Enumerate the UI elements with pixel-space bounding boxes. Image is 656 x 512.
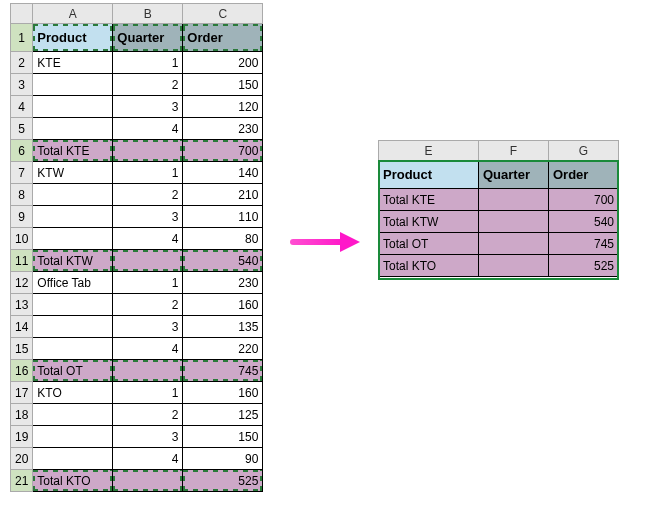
cell-E1[interactable]: Product bbox=[379, 161, 479, 189]
cell-A1[interactable]: Product bbox=[33, 24, 113, 52]
row-8[interactable]: 82210 bbox=[11, 184, 263, 206]
cell[interactable]: Total KTE bbox=[33, 140, 113, 162]
row-20[interactable]: 20490 bbox=[11, 448, 263, 470]
rownum[interactable]: 3 bbox=[11, 74, 33, 96]
cell[interactable]: 200 bbox=[183, 52, 263, 74]
cell[interactable]: 525 bbox=[549, 255, 619, 277]
col-B[interactable]: B bbox=[113, 4, 183, 24]
row-1[interactable]: 1 Product Quarter Order bbox=[11, 24, 263, 52]
result-table[interactable]: E F G Product Quarter Order Total KTE700… bbox=[378, 140, 619, 277]
cell[interactable]: 745 bbox=[183, 360, 263, 382]
cell[interactable]: 125 bbox=[183, 404, 263, 426]
cell[interactable] bbox=[33, 294, 113, 316]
rownum[interactable]: 16 bbox=[11, 360, 33, 382]
cell[interactable]: Total KTO bbox=[33, 470, 113, 492]
cell[interactable]: 80 bbox=[183, 228, 263, 250]
source-table[interactable]: A B C 1 Product Quarter Order 2KTE1200 3… bbox=[10, 3, 263, 492]
cell[interactable]: 1 bbox=[113, 52, 183, 74]
rownum[interactable]: 6 bbox=[11, 140, 33, 162]
cell[interactable]: 2 bbox=[113, 74, 183, 96]
row-18[interactable]: 182125 bbox=[11, 404, 263, 426]
row-4[interactable]: 43120 bbox=[11, 96, 263, 118]
cell[interactable]: 110 bbox=[183, 206, 263, 228]
cell[interactable]: 135 bbox=[183, 316, 263, 338]
rownum[interactable]: 21 bbox=[11, 470, 33, 492]
rownum[interactable]: 13 bbox=[11, 294, 33, 316]
cell-F1[interactable]: Quarter bbox=[479, 161, 549, 189]
cell[interactable]: Office Tab bbox=[33, 272, 113, 294]
col-E[interactable]: E bbox=[379, 141, 479, 161]
cell[interactable] bbox=[33, 74, 113, 96]
cell[interactable]: 150 bbox=[183, 74, 263, 96]
cell[interactable]: 3 bbox=[113, 426, 183, 448]
cell-B1[interactable]: Quarter bbox=[113, 24, 183, 52]
cell[interactable]: 230 bbox=[183, 272, 263, 294]
cell[interactable]: 4 bbox=[113, 448, 183, 470]
cell[interactable] bbox=[33, 118, 113, 140]
rownum[interactable]: 20 bbox=[11, 448, 33, 470]
rownum[interactable]: 19 bbox=[11, 426, 33, 448]
cell[interactable]: 230 bbox=[183, 118, 263, 140]
rownum[interactable]: 18 bbox=[11, 404, 33, 426]
cell[interactable]: 150 bbox=[183, 426, 263, 448]
col-G[interactable]: G bbox=[549, 141, 619, 161]
cell[interactable] bbox=[113, 470, 183, 492]
cell[interactable] bbox=[33, 316, 113, 338]
cell[interactable] bbox=[479, 255, 549, 277]
row-21[interactable]: 21Total KTO525 bbox=[11, 470, 263, 492]
cell[interactable]: 3 bbox=[113, 316, 183, 338]
corner[interactable] bbox=[11, 4, 33, 24]
cell[interactable]: Total KTO bbox=[379, 255, 479, 277]
rownum[interactable]: 2 bbox=[11, 52, 33, 74]
cell[interactable]: Total OT bbox=[33, 360, 113, 382]
cell[interactable] bbox=[33, 448, 113, 470]
cell[interactable]: 1 bbox=[113, 162, 183, 184]
rownum[interactable]: 5 bbox=[11, 118, 33, 140]
cell[interactable]: 210 bbox=[183, 184, 263, 206]
rownum[interactable]: 14 bbox=[11, 316, 33, 338]
cell[interactable] bbox=[33, 338, 113, 360]
cell-C1[interactable]: Order bbox=[183, 24, 263, 52]
cell[interactable]: 2 bbox=[113, 294, 183, 316]
rownum[interactable]: 15 bbox=[11, 338, 33, 360]
row-11[interactable]: 11Total KTW540 bbox=[11, 250, 263, 272]
rownum[interactable]: 12 bbox=[11, 272, 33, 294]
cell[interactable]: 140 bbox=[183, 162, 263, 184]
rownum[interactable]: 17 bbox=[11, 382, 33, 404]
rownum[interactable]: 4 bbox=[11, 96, 33, 118]
row-2[interactable]: 2KTE1200 bbox=[11, 52, 263, 74]
rownum[interactable]: 11 bbox=[11, 250, 33, 272]
cell[interactable]: 3 bbox=[113, 206, 183, 228]
cell[interactable]: 745 bbox=[549, 233, 619, 255]
cell[interactable] bbox=[113, 250, 183, 272]
cell[interactable]: 540 bbox=[183, 250, 263, 272]
cell[interactable] bbox=[479, 233, 549, 255]
cell[interactable] bbox=[33, 184, 113, 206]
cell[interactable] bbox=[33, 206, 113, 228]
col-A[interactable]: A bbox=[33, 4, 113, 24]
cell[interactable] bbox=[33, 96, 113, 118]
cell[interactable] bbox=[33, 228, 113, 250]
row-14[interactable]: 143135 bbox=[11, 316, 263, 338]
cell[interactable]: KTE bbox=[33, 52, 113, 74]
cell[interactable]: Total KTE bbox=[379, 189, 479, 211]
cell[interactable]: 120 bbox=[183, 96, 263, 118]
rownum[interactable]: 9 bbox=[11, 206, 33, 228]
cell[interactable]: KTO bbox=[33, 382, 113, 404]
row[interactable]: Total KTW540 bbox=[379, 211, 619, 233]
row-6[interactable]: 6Total KTE700 bbox=[11, 140, 263, 162]
rownum[interactable]: 1 bbox=[11, 24, 33, 52]
cell[interactable] bbox=[33, 426, 113, 448]
cell[interactable]: 700 bbox=[183, 140, 263, 162]
row[interactable]: Total KTE700 bbox=[379, 189, 619, 211]
cell[interactable]: 2 bbox=[113, 404, 183, 426]
cell[interactable]: 2 bbox=[113, 184, 183, 206]
row-17[interactable]: 17KTO1160 bbox=[11, 382, 263, 404]
rownum[interactable]: 7 bbox=[11, 162, 33, 184]
cell[interactable]: Total OT bbox=[379, 233, 479, 255]
cell[interactable]: 3 bbox=[113, 96, 183, 118]
cell[interactable]: Total KTW bbox=[33, 250, 113, 272]
cell[interactable]: 220 bbox=[183, 338, 263, 360]
row-9[interactable]: 93110 bbox=[11, 206, 263, 228]
rownum[interactable]: 10 bbox=[11, 228, 33, 250]
